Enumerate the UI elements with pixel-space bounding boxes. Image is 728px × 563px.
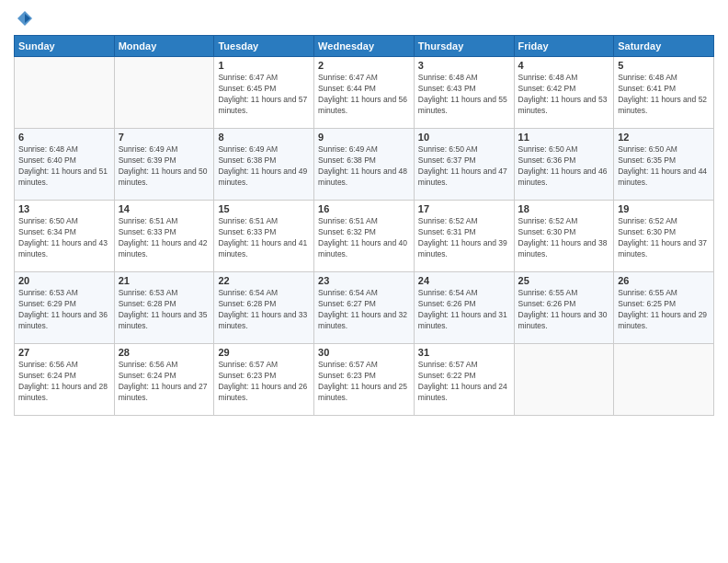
cell-info: Sunrise: 6:48 AMSunset: 6:41 PMDaylight:… [618,73,710,117]
calendar-cell: 22Sunrise: 6:54 AMSunset: 6:28 PMDayligh… [214,272,314,344]
calendar-cell: 29Sunrise: 6:57 AMSunset: 6:23 PMDayligh… [214,344,314,416]
day-header-wednesday: Wednesday [314,36,415,57]
cell-info: Sunrise: 6:51 AMSunset: 6:32 PMDaylight:… [318,216,410,260]
calendar-cell: 11Sunrise: 6:50 AMSunset: 6:36 PMDayligh… [514,129,614,201]
calendar-cell: 15Sunrise: 6:51 AMSunset: 6:33 PMDayligh… [214,201,314,272]
cell-info: Sunrise: 6:50 AMSunset: 6:34 PMDaylight:… [18,216,110,260]
day-header-sunday: Sunday [15,36,115,57]
cell-info: Sunrise: 6:54 AMSunset: 6:27 PMDaylight:… [318,288,410,332]
calendar-cell: 23Sunrise: 6:54 AMSunset: 6:27 PMDayligh… [314,272,415,344]
cell-info: Sunrise: 6:48 AMSunset: 6:42 PMDaylight:… [518,73,610,117]
week-row-4: 20Sunrise: 6:53 AMSunset: 6:29 PMDayligh… [15,272,714,344]
calendar-cell: 1Sunrise: 6:47 AMSunset: 6:45 PMDaylight… [214,57,314,129]
calendar-cell: 20Sunrise: 6:53 AMSunset: 6:29 PMDayligh… [15,272,115,344]
day-number: 20 [18,275,110,286]
calendar-cell [114,57,214,129]
cell-info: Sunrise: 6:50 AMSunset: 6:37 PMDaylight:… [418,144,510,189]
cell-info: Sunrise: 6:51 AMSunset: 6:33 PMDaylight:… [218,216,310,260]
day-number: 7 [119,132,210,143]
calendar-cell [15,57,115,129]
calendar-cell: 7Sunrise: 6:49 AMSunset: 6:39 PMDaylight… [114,129,214,201]
calendar-cell: 16Sunrise: 6:51 AMSunset: 6:32 PMDayligh… [314,201,415,272]
page: SundayMondayTuesdayWednesdayThursdayFrid… [0,0,728,563]
cell-info: Sunrise: 6:56 AMSunset: 6:24 PMDaylight:… [18,360,110,404]
cell-info: Sunrise: 6:50 AMSunset: 6:36 PMDaylight:… [518,144,610,189]
day-number: 26 [618,275,710,286]
cell-info: Sunrise: 6:57 AMSunset: 6:23 PMDaylight:… [318,360,410,404]
calendar-cell: 27Sunrise: 6:56 AMSunset: 6:24 PMDayligh… [15,344,115,416]
day-number: 10 [418,132,510,143]
day-header-tuesday: Tuesday [214,36,314,57]
day-number: 25 [518,275,610,286]
cell-info: Sunrise: 6:57 AMSunset: 6:23 PMDaylight:… [218,360,310,404]
day-number: 18 [518,203,610,214]
calendar-cell: 24Sunrise: 6:54 AMSunset: 6:26 PMDayligh… [414,272,514,344]
day-number: 1 [218,60,310,71]
day-number: 29 [218,347,310,358]
calendar-cell: 25Sunrise: 6:55 AMSunset: 6:26 PMDayligh… [514,272,614,344]
day-number: 4 [518,60,610,71]
day-number: 5 [618,60,710,71]
week-row-5: 27Sunrise: 6:56 AMSunset: 6:24 PMDayligh… [15,344,714,416]
day-number: 23 [318,275,410,286]
day-number: 16 [318,203,410,214]
calendar-cell: 18Sunrise: 6:52 AMSunset: 6:30 PMDayligh… [514,201,614,272]
calendar-cell: 31Sunrise: 6:57 AMSunset: 6:22 PMDayligh… [414,344,514,416]
calendar-cell [614,344,714,416]
cell-info: Sunrise: 6:50 AMSunset: 6:35 PMDaylight:… [618,144,710,189]
day-number: 11 [518,132,610,143]
cell-info: Sunrise: 6:52 AMSunset: 6:30 PMDaylight:… [618,216,710,260]
day-number: 12 [618,132,710,143]
calendar-cell: 3Sunrise: 6:48 AMSunset: 6:43 PMDaylight… [414,57,514,129]
calendar-cell: 5Sunrise: 6:48 AMSunset: 6:41 PMDaylight… [614,57,714,129]
header-row: SundayMondayTuesdayWednesdayThursdayFrid… [15,36,714,57]
cell-info: Sunrise: 6:53 AMSunset: 6:28 PMDaylight:… [119,288,210,332]
cell-info: Sunrise: 6:49 AMSunset: 6:39 PMDaylight:… [119,144,210,189]
day-number: 30 [318,347,410,358]
calendar-cell: 17Sunrise: 6:52 AMSunset: 6:31 PMDayligh… [414,201,514,272]
calendar-cell: 2Sunrise: 6:47 AMSunset: 6:44 PMDaylight… [314,57,415,129]
day-number: 22 [218,275,310,286]
calendar-cell: 9Sunrise: 6:49 AMSunset: 6:38 PMDaylight… [314,129,415,201]
calendar-cell: 12Sunrise: 6:50 AMSunset: 6:35 PMDayligh… [614,129,714,201]
day-number: 31 [418,347,510,358]
cell-info: Sunrise: 6:55 AMSunset: 6:26 PMDaylight:… [518,288,610,332]
calendar-cell: 8Sunrise: 6:49 AMSunset: 6:38 PMDaylight… [214,129,314,201]
calendar-cell: 14Sunrise: 6:51 AMSunset: 6:33 PMDayligh… [114,201,214,272]
calendar-table: SundayMondayTuesdayWednesdayThursdayFrid… [14,35,714,416]
cell-info: Sunrise: 6:56 AMSunset: 6:24 PMDaylight:… [119,360,210,404]
cell-info: Sunrise: 6:55 AMSunset: 6:25 PMDaylight:… [618,288,710,332]
day-header-monday: Monday [114,36,214,57]
calendar-cell: 4Sunrise: 6:48 AMSunset: 6:42 PMDaylight… [514,57,614,129]
day-number: 3 [418,60,510,71]
week-row-1: 1Sunrise: 6:47 AMSunset: 6:45 PMDaylight… [15,57,714,129]
day-number: 28 [119,347,210,358]
calendar-cell: 30Sunrise: 6:57 AMSunset: 6:23 PMDayligh… [314,344,415,416]
week-row-2: 6Sunrise: 6:48 AMSunset: 6:40 PMDaylight… [15,129,714,201]
day-number: 14 [119,203,210,214]
week-row-3: 13Sunrise: 6:50 AMSunset: 6:34 PMDayligh… [15,201,714,272]
calendar-cell: 26Sunrise: 6:55 AMSunset: 6:25 PMDayligh… [614,272,714,344]
cell-info: Sunrise: 6:48 AMSunset: 6:40 PMDaylight:… [18,144,110,189]
logo-icon [16,9,34,28]
calendar-cell: 6Sunrise: 6:48 AMSunset: 6:40 PMDaylight… [15,129,115,201]
calendar-cell [514,344,614,416]
logo [14,9,34,28]
calendar-cell: 28Sunrise: 6:56 AMSunset: 6:24 PMDayligh… [114,344,214,416]
day-number: 24 [418,275,510,286]
day-number: 6 [18,132,110,143]
calendar-cell: 13Sunrise: 6:50 AMSunset: 6:34 PMDayligh… [15,201,115,272]
day-number: 8 [218,132,310,143]
day-number: 27 [18,347,110,358]
header [14,9,714,28]
cell-info: Sunrise: 6:47 AMSunset: 6:45 PMDaylight:… [218,73,310,117]
day-number: 2 [318,60,410,71]
day-header-saturday: Saturday [614,36,714,57]
day-number: 9 [318,132,410,143]
cell-info: Sunrise: 6:52 AMSunset: 6:31 PMDaylight:… [418,216,510,260]
day-number: 21 [119,275,210,286]
cell-info: Sunrise: 6:54 AMSunset: 6:26 PMDaylight:… [418,288,510,332]
cell-info: Sunrise: 6:54 AMSunset: 6:28 PMDaylight:… [218,288,310,332]
day-header-friday: Friday [514,36,614,57]
cell-info: Sunrise: 6:57 AMSunset: 6:22 PMDaylight:… [418,360,510,404]
